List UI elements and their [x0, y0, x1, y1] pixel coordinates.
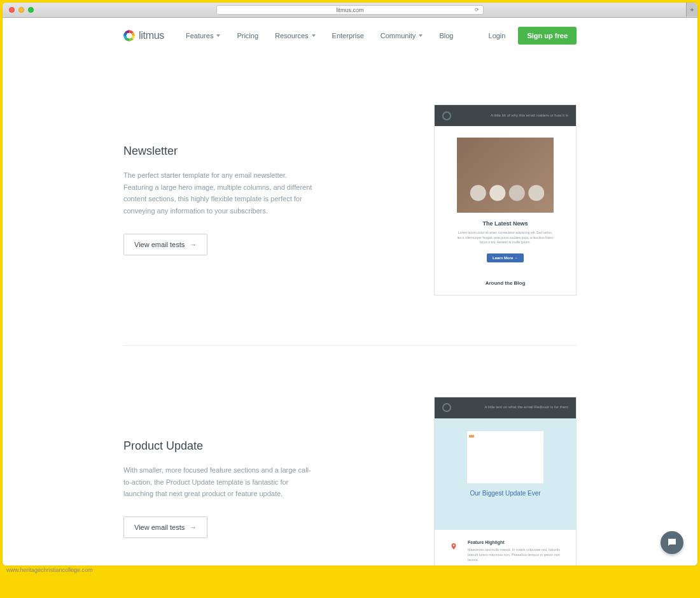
placeholder-image	[467, 431, 543, 483]
url-text: litmus.com	[336, 7, 363, 13]
chevron-down-icon	[216, 34, 220, 37]
page-content: litmus Features Pricing Resources	[3, 18, 697, 566]
browser-window: litmus.com ⟳ + litmus Features Pricing	[3, 3, 697, 566]
signup-button[interactable]: Sign up free	[518, 27, 577, 45]
nav-resources[interactable]: Resources	[275, 32, 316, 39]
browser-titlebar: litmus.com ⟳ +	[3, 3, 697, 18]
product-update-preview: A little text on what the email Redbook …	[434, 397, 577, 566]
new-tab-button[interactable]: +	[686, 3, 697, 17]
map-pin-icon	[450, 541, 459, 553]
section-title: Newsletter	[123, 145, 318, 158]
section-description: With smaller, more focused feature secti…	[123, 464, 318, 500]
nav-features[interactable]: Features	[186, 32, 220, 39]
hero-image	[457, 138, 554, 213]
nav-enterprise[interactable]: Enterprise	[332, 32, 364, 39]
nav-community[interactable]: Community	[381, 32, 423, 39]
mock-cta-button: Learn More →	[487, 253, 524, 262]
mock-paragraph: Lorem ipsum dolor sit amet, consectetur …	[457, 231, 554, 245]
mock-header: A little bit of why this email matters o…	[435, 105, 576, 126]
top-nav: litmus Features Pricing Resources	[3, 18, 697, 53]
close-window-button[interactable]	[9, 7, 15, 13]
arrow-right-icon: →	[190, 523, 197, 531]
watermark-text: www.heritagechristiancollege.com	[6, 567, 697, 573]
chat-icon	[666, 537, 678, 548]
brand-logo[interactable]: litmus	[123, 30, 164, 41]
chevron-down-icon	[419, 34, 423, 37]
template-newsletter: Newsletter The perfect starter template …	[123, 53, 577, 346]
mock-heading: The Latest News	[457, 220, 554, 227]
feature-title: Feature Highlight	[468, 540, 561, 545]
maximize-window-button[interactable]	[28, 7, 34, 13]
feature-body: Maecenas sed nulla massa. In mattis vulp…	[468, 547, 561, 563]
mock-header-text: A little bit of why this email matters o…	[491, 113, 568, 118]
mock-logo-icon	[442, 111, 451, 120]
minimize-window-button[interactable]	[18, 7, 24, 13]
section-description: The perfect starter template for any ema…	[123, 169, 318, 217]
logo-icon	[123, 30, 135, 41]
url-bar[interactable]: litmus.com ⟳	[216, 5, 484, 15]
template-product-update: Product Update With smaller, more focuse…	[123, 346, 577, 566]
chevron-down-icon	[312, 34, 316, 37]
nav-pricing[interactable]: Pricing	[237, 32, 258, 39]
mock-heading2: Around the Blog	[457, 280, 554, 286]
section-title: Product Update	[123, 439, 318, 453]
mock-header: A little text on what the email Redbook …	[435, 397, 576, 418]
logo-text: litmus	[139, 30, 164, 41]
reload-icon[interactable]: ⟳	[475, 7, 479, 13]
mock-logo-icon	[442, 403, 451, 412]
login-link[interactable]: Login	[489, 32, 506, 39]
chat-widget-button[interactable]	[661, 531, 683, 554]
view-email-tests-button[interactable]: View email tests →	[123, 234, 207, 255]
window-controls	[9, 7, 34, 13]
mock-header-text: A little text on what the email Redbook …	[485, 405, 568, 410]
newsletter-preview: A little bit of why this email matters o…	[434, 104, 577, 295]
view-email-tests-button[interactable]: View email tests →	[123, 516, 207, 538]
arrow-right-icon: →	[190, 241, 197, 248]
nav-blog[interactable]: Blog	[439, 32, 453, 39]
mock-heading: Our Biggest Update Ever	[454, 490, 557, 497]
